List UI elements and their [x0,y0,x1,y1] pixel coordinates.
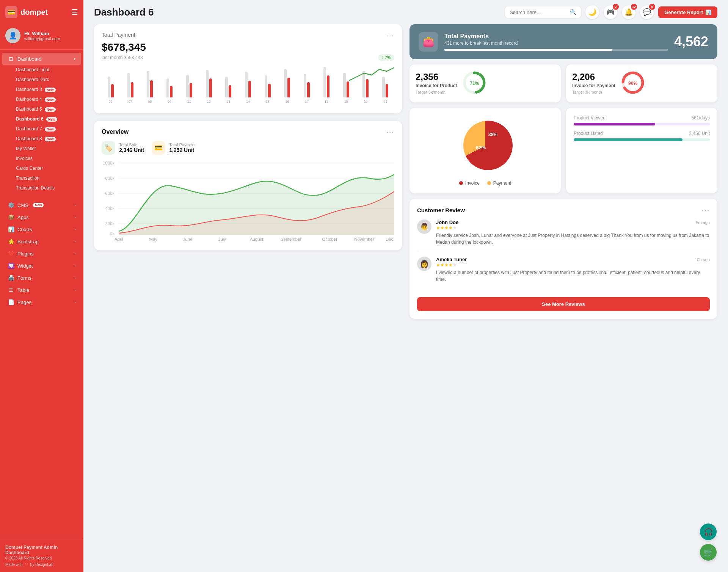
sidebar-item-cards-center[interactable]: Cards Center [2,163,81,173]
sidebar-item-dashboard-3[interactable]: Dashboard 3 New [2,85,81,94]
forms-icon: 🖨️ [8,275,14,281]
search-box[interactable]: 🔍 [505,6,581,18]
sidebar-item-dashboard-8[interactable]: Dashboard 8 New [2,134,81,144]
gray-bar [304,74,306,97]
pie-product-row: 62% 38% Invoice Payment [410,108,717,193]
invoice-legend: Invoice [459,180,480,186]
sidebar-item-bootstrap[interactable]: ⭐ Bootstrap › [2,235,81,248]
sidebar-item-my-wallet[interactable]: My Wallet [2,144,81,154]
bar-label: 21 [383,100,387,103]
games-notifications-btn[interactable]: 🎮 2 [604,5,617,19]
sidebar-item-dashboard-6[interactable]: Dashboard 6 New [2,114,81,124]
search-input[interactable] [510,9,567,15]
generate-report-button[interactable]: Generate Report 📊 [658,6,717,18]
charts-label: Charts [17,227,32,232]
total-sale-icon: 🏷️ [102,141,115,155]
sidebar-item-charts[interactable]: 📊 Charts › [2,223,81,235]
sidebar-item-plugins[interactable]: ❤️ Plugins › [2,248,81,260]
generate-report-label: Generate Report [664,9,703,15]
footer-made: Made with ❤️ by DexignLab [5,563,78,567]
trend-pct: 7% [385,55,391,60]
banner-info: Total Payments 431 more to break last mo… [444,33,668,51]
banner-title: Total Payments [444,33,668,40]
logo-text: dompet [20,8,48,17]
sidebar-item-dashboard-light[interactable]: Dashboard Light [2,65,81,75]
overview-title: Overview [102,129,129,135]
review-stars-1: ★★★★★ [436,225,710,230]
banner-subtitle: 431 more to break last month record [444,41,668,46]
cart-float-btn[interactable]: 🛒 [700,544,717,561]
sidebar-item-transaction-details[interactable]: Transaction Details [2,183,81,193]
svg-text:July: July [218,237,226,241]
sidebar-item-dashboard-4[interactable]: Dashboard 4 New [2,94,81,104]
sidebar-item-dashboard-dark[interactable]: Dashboard Dark [2,75,81,85]
reviewer-info-1: John Doe 5m ago ★★★★★ Friendly service J… [436,219,710,246]
theme-toggle-btn[interactable]: 🌙 [585,5,599,19]
sidebar-item-transaction[interactable]: Transaction [2,173,81,183]
headphone-icon: 🎧 [704,527,713,536]
sidebar-item-dashboard[interactable]: ⊞ Dashboard ▾ [2,53,81,65]
gray-bar [284,69,287,97]
overview-menu-btn[interactable]: ··· [386,129,394,136]
bar-group: 17 [298,74,316,103]
card-menu-btn[interactable]: ··· [386,32,394,40]
overview-card: Overview ··· 🏷️ Total Sale 2,346 Unit [94,121,402,250]
overview-header: Overview ··· [102,129,394,136]
widget-label: Widget [17,263,33,269]
sidebar-item-cms[interactable]: ⚙️ CMS New › [2,199,81,211]
product-viewed-progress [574,123,710,125]
donut-label-1: 71% [470,81,479,86]
game-icon: 🎮 [606,8,615,16]
last-month-text: last month $563,443 [102,55,143,60]
message-notifications-btn[interactable]: 💬 5 [640,5,654,19]
footer-title: Dompet Payment Admin Dashboard [5,545,78,555]
bar-label: 16 [285,100,289,103]
bar-pair [180,75,198,97]
invoice-product-donut: 71% [462,71,486,96]
sidebar-item-dashboard-7[interactable]: Dashboard 7 New [2,124,81,134]
review-menu-btn[interactable]: ··· [702,206,710,214]
bar-pair [298,74,316,97]
user-email: william@gmail.com [24,36,60,41]
see-more-reviews-button[interactable]: See More Reviews [417,297,710,311]
bar-label: 12 [207,100,211,103]
chevron-right-icon-9: › [74,300,76,304]
review-time-2: 10h ago [695,257,710,262]
bar-label: 07 [129,100,132,103]
bell-icon: 🔔 [624,8,633,16]
floating-buttons: 🎧 🛒 [700,523,717,561]
sidebar-item-apps[interactable]: 📦 Apps › [2,211,81,223]
sidebar-item-forms[interactable]: 🖨️ Forms › [2,272,81,284]
sidebar-item-widget[interactable]: 💟 Widget › [2,260,81,272]
logo-icon: 💳 [5,6,17,18]
sidebar-item-dashboard-5[interactable]: Dashboard 5 New [2,104,81,114]
total-sale-value: 2,346 Unit [119,147,144,153]
apps-label: Apps [17,215,29,220]
product-viewed-value: 561/days [691,115,710,121]
bar-label: 06 [109,100,113,103]
sidebar-item-pages[interactable]: 📄 Pages › [2,296,81,308]
sidebar-footer: Dompet Payment Admin Dashboard © 2023 Al… [0,539,83,572]
bell-notifications-btn[interactable]: 🔔 12 [622,5,635,19]
sidebar-item-invoices[interactable]: Invoices [2,154,81,163]
review-time-1: 5m ago [696,220,710,225]
chevron-right-icon-5: › [74,251,76,256]
invoice-product-sub: Target 3k/month [416,90,446,94]
bar-group: 11 [180,75,198,103]
plugins-icon: ❤️ [8,251,14,257]
review-text-2: I viewed a number of properties with Jus… [436,269,710,283]
reviewer-info-2: Amelia Tuner 10h ago ★★★★★ I viewed a nu… [436,257,710,283]
sidebar-item-table[interactable]: ☰ Table › [2,284,81,296]
bar-pair [200,70,218,97]
card-header: Total Payment ··· [102,32,394,40]
pie-chart-svg: 62% 38% [451,115,519,176]
red-bar [150,80,153,97]
hamburger-icon[interactable]: ☰ [71,8,78,17]
review-item-2: 👩 Amelia Tuner 10h ago ★★★★★ I viewed a … [417,257,710,288]
red-bar [268,84,271,97]
svg-text:38%: 38% [488,132,497,137]
user-info: Hi, William william@gmail.com [24,31,60,41]
bar-group: 08 [141,71,159,103]
support-float-btn[interactable]: 🎧 [700,523,717,540]
sidebar-header: 💳 dompet ☰ [0,0,83,24]
